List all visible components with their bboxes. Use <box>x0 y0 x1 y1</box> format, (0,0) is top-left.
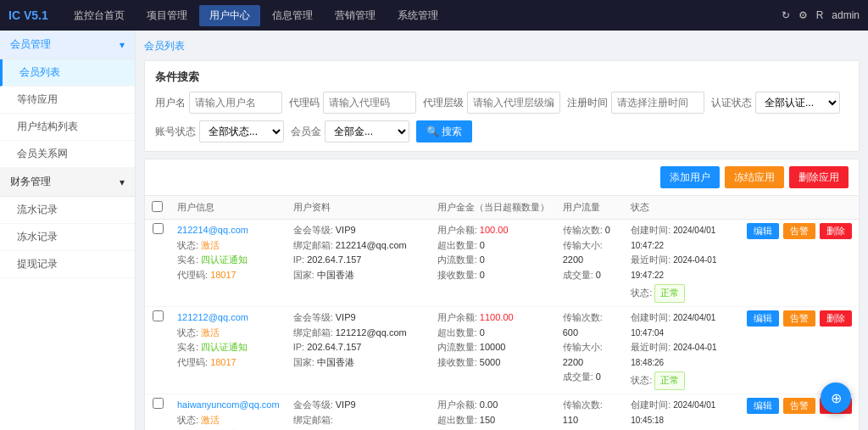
app-logo: IC V5.1 <box>8 8 48 22</box>
filter-agentlevel: 代理层级 <box>423 92 560 114</box>
cell-user-balance: 用户余额: 100.00超出数量: 0内流数量: 0接收数量: 0 <box>431 220 556 307</box>
filter-accstate: 账号状态 全部状态... <box>155 120 284 142</box>
top-nav-right: ↻ ⚙ R admin <box>782 9 860 21</box>
delete-button[interactable]: 删除 <box>820 310 852 327</box>
nav-item-dashboard[interactable]: 监控台首页 <box>64 5 135 26</box>
sidebar-item-member-list[interactable]: 会员列表 <box>0 59 135 87</box>
col-actions <box>740 196 859 220</box>
cell-status: 创建时间: 2024/04/01 10:47:22 最近时间: 2024-04-… <box>624 220 740 307</box>
refresh-icon[interactable]: ↻ <box>782 9 790 21</box>
cell-user-data: 金会等级: VIP9绑定邮箱: 212214@qq.comIP: 202.64.… <box>287 220 431 307</box>
nav-item-users[interactable]: 用户中心 <box>199 5 260 26</box>
cell-user-info: 212214@qq.com状态: 激活实名: 四认证通知代理码: 18017 <box>170 220 287 307</box>
cell-user-flow: 传输次数: 110传输大小: 2200成交量: 2050 <box>556 394 624 430</box>
nav-item-system[interactable]: 系统管理 <box>387 5 448 26</box>
table-area: 添加用户 冻结应用 删除应用 用户信息 用户资料 用户金金（当日超额数量） 用户… <box>144 159 860 430</box>
main-layout: 会员管理 ▾ 会员列表 等待应用 用户结构列表 会员关系网 财务管理 ▾ 流水记… <box>0 31 868 430</box>
nav-item-info[interactable]: 信息管理 <box>262 5 323 26</box>
table-row: haiwanyuncom@qq.com状态: 激活实名: 四认证通知代理码: 1… <box>145 394 859 430</box>
filter-accstate-select[interactable]: 全部状态... <box>199 120 284 142</box>
float-action-button[interactable]: ⊕ <box>821 383 851 413</box>
cell-status: 创建时间: 2024/04/01 10:47:04 最近时间: 2024-04-… <box>624 306 740 394</box>
sidebar-section-title-finance[interactable]: 财务管理 ▾ <box>0 168 135 197</box>
sidebar-section-finance: 财务管理 ▾ 流水记录 冻水记录 提现记录 <box>0 168 135 278</box>
delete-button[interactable]: 删除 <box>820 223 852 239</box>
freeze-apply-button[interactable]: 冻结应用 <box>725 166 784 188</box>
sidebar-item-withdraw-record[interactable]: 提现记录 <box>0 251 135 278</box>
col-user-balance: 用户金金（当日超额数量） <box>431 196 556 220</box>
nav-item-project[interactable]: 项目管理 <box>136 5 198 26</box>
filter-area: 条件搜索 用户名 代理码 代理层级 注册时间 <box>144 60 860 152</box>
cell-user-balance: 用户余额: 0.00超出数量: 150内流数量: 0接收数量: 2000 <box>431 394 556 430</box>
filter-agentcode-label: 代理码 <box>289 96 320 110</box>
top-nav-menu: 监控台首页 项目管理 用户中心 信息管理 营销管理 系统管理 <box>64 5 448 26</box>
add-user-button[interactable]: 添加用户 <box>660 166 720 188</box>
sidebar-item-waiting[interactable]: 等待应用 <box>0 87 135 114</box>
filter-certstate: 认证状态 全部认证... <box>711 92 840 114</box>
nav-item-marketing[interactable]: 营销管理 <box>325 5 386 26</box>
verified-badge: 四认证通知 <box>201 254 248 265</box>
sidebar-item-frozen-record[interactable]: 冻水记录 <box>0 224 135 251</box>
filter-username: 用户名 <box>155 92 282 114</box>
cell-user-flow: 传输次数: 0传输大小: 2200成交量: 0 <box>556 220 624 307</box>
search-button[interactable]: 🔍 搜索 <box>416 120 472 142</box>
col-user-data: 用户资料 <box>287 196 431 220</box>
cell-status: 创建时间: 2024/04/01 10:45:18 最近时间: 2024-04-… <box>624 394 740 430</box>
filter-title: 条件搜索 <box>155 70 849 85</box>
cell-user-data: 金会等级: VIP9绑定邮箱: 121212@qq.comIP: 202.64.… <box>287 306 431 394</box>
filter-regtime-input[interactable] <box>611 92 704 114</box>
filter-row: 用户名 代理码 代理层级 注册时间 认证状态 <box>155 92 849 142</box>
user-email-link[interactable]: haiwanyuncom@qq.com <box>177 399 280 410</box>
edit-button[interactable]: 编辑 <box>747 223 779 239</box>
breadcrumb: 会员列表 <box>144 39 860 53</box>
main-content: 会员列表 条件搜索 用户名 代理码 代理层级 注册时间 <box>136 31 868 430</box>
cell-user-balance: 用户余额: 1100.00超出数量: 0内流数量: 10000接收数量: 500… <box>431 306 556 394</box>
col-user-info: 用户信息 <box>170 196 287 220</box>
user-email-link[interactable]: 212214@qq.com <box>177 225 248 235</box>
row-checkbox[interactable] <box>153 223 164 234</box>
warn-button[interactable]: 告警 <box>783 310 815 327</box>
filter-agentcode-input[interactable] <box>323 92 416 114</box>
select-all-checkbox[interactable] <box>152 201 163 212</box>
warn-button[interactable]: 告警 <box>783 223 815 239</box>
filter-username-label: 用户名 <box>155 96 186 110</box>
filter-memberfee-label: 会员金 <box>291 125 321 139</box>
col-user-flow: 用户流量 <box>556 196 624 220</box>
edit-button[interactable]: 编辑 <box>747 310 779 327</box>
warn-button[interactable]: 告警 <box>783 398 815 414</box>
cell-user-flow: 传输次数: 600传输大小: 2200成交量: 0 <box>556 306 624 394</box>
sidebar-item-flow-record[interactable]: 流水记录 <box>0 197 135 224</box>
sidebar-item-network[interactable]: 会员关系网 <box>0 141 135 168</box>
sidebar-section-label-members: 会员管理 <box>10 37 51 52</box>
delete-apply-button[interactable]: 删除应用 <box>789 166 849 188</box>
status-badge: 正常 <box>654 284 685 303</box>
breadcrumb-text: 会员列表 <box>144 40 185 52</box>
sidebar-section-title-members[interactable]: 会员管理 ▾ <box>0 31 135 59</box>
row-checkbox[interactable] <box>153 310 164 321</box>
filter-regtime: 注册时间 <box>567 92 704 114</box>
filter-agentcode: 代理码 <box>289 92 416 114</box>
cell-user-info: haiwanyuncom@qq.com状态: 激活实名: 四认证通知代理码: 1… <box>170 394 287 430</box>
sidebar-item-structure[interactable]: 用户结构列表 <box>0 114 135 141</box>
cell-user-info: 121212@qq.com状态: 激活实名: 四认证通知代理码: 18017 <box>170 306 287 394</box>
admin-name: admin <box>832 9 860 21</box>
col-status: 状态 <box>624 196 740 220</box>
sidebar: 会员管理 ▾ 会员列表 等待应用 用户结构列表 会员关系网 财务管理 ▾ 流水记… <box>0 31 136 430</box>
filter-memberfee: 会员金 全部金... <box>291 120 409 142</box>
row-checkbox[interactable] <box>153 398 164 409</box>
filter-certstate-select[interactable]: 全部认证... <box>755 92 840 114</box>
edit-button[interactable]: 编辑 <box>747 398 779 414</box>
filter-memberfee-select[interactable]: 全部金... <box>325 120 409 142</box>
admin-label: R <box>816 9 824 21</box>
user-email-link[interactable]: 121212@qq.com <box>177 312 248 322</box>
filter-agentlevel-input[interactable] <box>467 92 560 114</box>
search-label: 搜索 <box>442 125 462 139</box>
search-icon: 🔍 <box>426 126 439 137</box>
filter-username-input[interactable] <box>189 92 282 114</box>
col-checkbox <box>145 196 170 220</box>
status-badge: 正常 <box>654 371 685 390</box>
filter-certstate-label: 认证状态 <box>711 96 752 110</box>
table-header-bar: 添加用户 冻结应用 删除应用 <box>145 159 859 196</box>
settings-icon[interactable]: ⚙ <box>798 9 808 21</box>
filter-regtime-label: 注册时间 <box>567 96 608 110</box>
